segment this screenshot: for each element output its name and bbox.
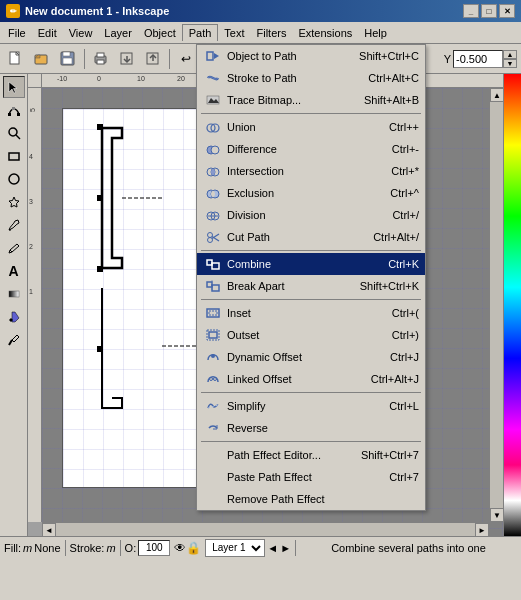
circle-tool[interactable] xyxy=(3,168,25,190)
node-tool[interactable] xyxy=(3,99,25,121)
color-palette-vertical[interactable] xyxy=(503,74,521,536)
menu-item-inset[interactable]: Inset Ctrl+( xyxy=(197,302,425,324)
close-button[interactable]: ✕ xyxy=(499,4,515,18)
window-controls: _ □ ✕ xyxy=(463,4,515,18)
menu-object[interactable]: Object xyxy=(138,25,182,41)
menu-text[interactable]: Text xyxy=(218,25,250,41)
menu-extensions[interactable]: Extensions xyxy=(292,25,358,41)
fill-info: Fill: m None xyxy=(4,542,61,554)
menu-item-stroke-to-path[interactable]: Stroke to Path Ctrl+Alt+C xyxy=(197,67,425,89)
stroke2path-icon xyxy=(203,70,223,86)
menu-item-intersection[interactable]: Intersection Ctrl+* xyxy=(197,160,425,182)
menu-item-dynamic-offset[interactable]: Dynamic Offset Ctrl+J xyxy=(197,346,425,368)
menu-item-difference[interactable]: Difference Ctrl+- xyxy=(197,138,425,160)
removepeffect-label: Remove Path Effect xyxy=(227,493,411,505)
opacity-input[interactable] xyxy=(138,540,170,556)
y-down-button[interactable]: ▼ xyxy=(503,59,517,68)
scroll-up-button[interactable]: ▲ xyxy=(490,88,503,102)
save-button[interactable] xyxy=(56,47,80,71)
gradient-tool[interactable] xyxy=(3,283,25,305)
text-tool[interactable]: A xyxy=(3,260,25,282)
horizontal-scrollbar[interactable]: ◄ ► xyxy=(42,522,489,536)
opacity-label: O: xyxy=(125,542,137,554)
vertical-scrollbar[interactable]: ▲ ▼ xyxy=(489,88,503,522)
svg-rect-55 xyxy=(212,263,219,269)
simplify-shortcut: Ctrl+L xyxy=(389,400,419,412)
menu-item-outset[interactable]: Outset Ctrl+) xyxy=(197,324,425,346)
new-button[interactable] xyxy=(4,47,28,71)
linkoffset-icon xyxy=(203,371,223,387)
combine-icon xyxy=(203,256,223,272)
union-icon xyxy=(203,119,223,135)
sep-3 xyxy=(201,299,421,300)
pencil-tool[interactable] xyxy=(3,237,25,259)
sep-4 xyxy=(201,392,421,393)
zoom-tool[interactable] xyxy=(3,122,25,144)
fill-tool[interactable] xyxy=(3,306,25,328)
y-input[interactable] xyxy=(453,50,503,68)
maximize-button[interactable]: □ xyxy=(481,4,497,18)
menu-item-remove-path-effect[interactable]: Remove Path Effect xyxy=(197,488,425,510)
menu-edit[interactable]: Edit xyxy=(32,25,63,41)
menu-file[interactable]: File xyxy=(2,25,32,41)
menu-filters[interactable]: Filters xyxy=(251,25,293,41)
menu-item-paste-path-effect[interactable]: Paste Path Effect Ctrl+7 xyxy=(197,466,425,488)
scroll-down-button[interactable]: ▼ xyxy=(490,508,503,522)
scroll-track-horizontal[interactable] xyxy=(56,523,475,536)
menu-item-path-effect-editor[interactable]: Path Effect Editor... Shift+Ctrl+7 xyxy=(197,444,425,466)
menu-item-trace-bitmap[interactable]: Trace Bitmap... Shift+Alt+B xyxy=(197,89,425,111)
import-button[interactable] xyxy=(115,47,139,71)
menu-item-division[interactable]: Division Ctrl+/ xyxy=(197,204,425,226)
menu-help[interactable]: Help xyxy=(358,25,393,41)
exclusion-label: Exclusion xyxy=(227,187,382,199)
svg-rect-19 xyxy=(9,153,19,160)
eyedropper-tool[interactable] xyxy=(3,329,25,351)
menu-item-exclusion[interactable]: Exclusion Ctrl+^ xyxy=(197,182,425,204)
menu-item-linked-offset[interactable]: Linked Offset Ctrl+Alt+J xyxy=(197,368,425,390)
svg-rect-57 xyxy=(212,285,219,291)
y-spinners: ▲ ▼ xyxy=(503,50,517,68)
scroll-track-vertical[interactable] xyxy=(490,102,503,508)
status-icons: 👁 🔒 xyxy=(174,541,201,555)
scroll-right-button[interactable]: ► xyxy=(475,523,489,536)
menu-bar: File Edit View Layer Object Path Text Fi… xyxy=(0,22,521,44)
status-sep-2 xyxy=(120,540,121,556)
fill-none-value: None xyxy=(34,542,60,554)
peffect-icon xyxy=(203,447,223,463)
layer-nav-left[interactable]: ◄ xyxy=(267,542,278,554)
export-button[interactable] xyxy=(141,47,165,71)
pen-tool[interactable] xyxy=(3,214,25,236)
undo-button[interactable]: ↩ xyxy=(174,47,198,71)
menu-item-union[interactable]: Union Ctrl++ xyxy=(197,116,425,138)
scroll-left-button[interactable]: ◄ xyxy=(42,523,56,536)
layer-select[interactable]: Layer 1 xyxy=(205,539,265,557)
stroke2path-label: Stroke to Path xyxy=(227,72,360,84)
svg-rect-16 xyxy=(12,107,15,110)
star-tool[interactable] xyxy=(3,191,25,213)
menu-view[interactable]: View xyxy=(63,25,99,41)
menu-item-simplify[interactable]: Simplify Ctrl+L xyxy=(197,395,425,417)
menu-item-cut-path[interactable]: Cut Path Ctrl+Alt+/ xyxy=(197,226,425,248)
menu-path[interactable]: Path xyxy=(182,24,219,41)
print-button[interactable] xyxy=(89,47,113,71)
menu-item-reverse[interactable]: Reverse xyxy=(197,417,425,439)
window-title: New document 1 - Inkscape xyxy=(25,5,169,17)
division-label: Division xyxy=(227,209,384,221)
svg-rect-37 xyxy=(207,52,213,60)
menu-item-object-to-path[interactable]: Object to Path Shift+Ctrl+C xyxy=(197,45,425,67)
combine-label: Combine xyxy=(227,258,380,270)
stroke2path-shortcut: Ctrl+Alt+C xyxy=(368,72,419,84)
minimize-button[interactable]: _ xyxy=(463,4,479,18)
y-up-button[interactable]: ▲ xyxy=(503,50,517,59)
open-button[interactable] xyxy=(30,47,54,71)
layer-nav-right[interactable]: ► xyxy=(280,542,291,554)
menu-layer[interactable]: Layer xyxy=(98,25,138,41)
menu-item-combine[interactable]: Combine Ctrl+K xyxy=(197,253,425,275)
rectangle-tool[interactable] xyxy=(3,145,25,167)
sep-5 xyxy=(201,441,421,442)
svg-rect-6 xyxy=(63,58,72,64)
union-shortcut: Ctrl++ xyxy=(389,121,419,133)
menu-item-break-apart[interactable]: Break Apart Shift+Ctrl+K xyxy=(197,275,425,297)
sep-2 xyxy=(201,250,421,251)
select-tool[interactable] xyxy=(3,76,25,98)
